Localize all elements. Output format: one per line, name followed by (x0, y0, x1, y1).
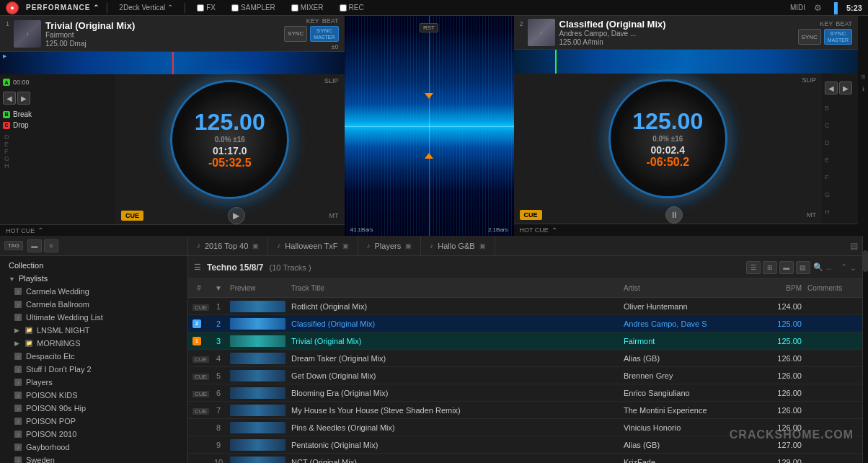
deck-1-cue-button[interactable]: CUE (121, 211, 143, 221)
rst-button[interactable]: RST (420, 23, 438, 32)
sidebar-item-carmela-ballroom[interactable]: ♪ Carmela Ballroom (0, 298, 187, 311)
sampler-checkbox[interactable] (231, 4, 239, 12)
sidebar-playlists-header[interactable]: ▼ Playlists (0, 272, 187, 285)
mode-label: PERFORMANCE (26, 4, 90, 12)
nav-prev-2[interactable]: ◀ (825, 81, 838, 94)
fx-checkbox[interactable] (197, 4, 204, 12)
key-sync-button-2[interactable]: SYNC (798, 29, 821, 45)
sidebar-item-carmela-wedding[interactable]: ♪ Carmela Wedding (0, 285, 187, 298)
tab-hallo-gb[interactable]: ♪ Hallo G&B ▣ (421, 236, 495, 255)
app-logo[interactable]: ● (6, 1, 19, 14)
deck-1-turntable[interactable]: 125.00 0.0% ±16 01:17.0 -05:32.5 (165, 74, 295, 204)
sidebar-collection[interactable]: Collection (0, 259, 187, 272)
rec-label: REC (349, 4, 364, 12)
cue-dot-break: B (3, 111, 10, 118)
panel-icon-2[interactable]: ℹ (862, 86, 864, 92)
sidebar-item-despacito[interactable]: ♪ Despacito Etc (0, 350, 187, 363)
tab-close-4[interactable]: ▣ (479, 242, 486, 250)
sort-up[interactable]: ⌃ (841, 263, 847, 272)
sidebar-item-stuff[interactable]: ♪ Stuff I Don't Play 2 (0, 363, 187, 376)
row-preview-8[interactable] (227, 422, 288, 433)
row-preview-9[interactable] (227, 439, 288, 451)
deck-1-play-button[interactable]: ▶ (228, 207, 245, 224)
nav-next-2[interactable]: ▶ (839, 81, 852, 94)
deck-2-remaining: -06:50.2 (646, 156, 689, 169)
settings-icon[interactable]: ⚙ (814, 3, 822, 13)
table-row[interactable]: CUE 4 Dream Taker (Original Mix) Alias (… (188, 350, 862, 367)
tabs-row: ♪ 2016 Top 40 ▣ ♪ Halloween TxF ▣ ♪ Play… (188, 236, 862, 256)
mixer-checkbox[interactable] (291, 4, 298, 12)
tab-close-3[interactable]: ▣ (405, 242, 412, 250)
sidebar-item-gayborhood[interactable]: ♪ Gayborhood (0, 441, 187, 454)
sidebar-item-poison-pop[interactable]: ♪ POISON POP (0, 415, 187, 428)
beat-sync-button-2[interactable]: SYNCMASTER (824, 29, 852, 45)
tab-halloween[interactable]: ♪ Halloween TxF ▣ (268, 236, 358, 255)
fx-button[interactable]: FX (192, 4, 220, 12)
sidebar-item-ultimate-wedding[interactable]: ♪ Ultimate Wedding List (0, 311, 187, 324)
deck-2-cue-button[interactable]: CUE (520, 210, 542, 220)
deck-2-turntable[interactable]: 125.00 0.0% ±16 00:02.4 -06:50.2 (603, 74, 732, 203)
nav-next[interactable]: ▶ (17, 92, 30, 105)
sidebar-item-mornings[interactable]: ▶ 📁 MORNINGS (0, 337, 187, 350)
view-btn-1[interactable]: ▬ (27, 239, 42, 252)
tab-players[interactable]: ♪ Players ▣ (358, 236, 422, 255)
row-preview-7[interactable] (227, 405, 288, 416)
nav-prev[interactable]: ◀ (3, 92, 16, 105)
performance-mode[interactable]: PERFORMANCE ⌃ (26, 4, 99, 12)
compact-view-btn[interactable]: ▬ (779, 261, 794, 274)
center-wave-visual: RST 41.1Bars 2.1Bars (345, 16, 514, 236)
table-row[interactable]: CUE 1 Rotlicht (Original Mix) Oliver Hun… (188, 298, 862, 315)
tag-button[interactable]: TAG (4, 241, 23, 250)
row-bpm-4: 126.00 (758, 354, 805, 363)
view-btn-2[interactable]: ≡ (44, 239, 58, 252)
mini-wave-9 (230, 439, 285, 451)
row-preview-6[interactable] (227, 387, 288, 399)
beat-sync-button[interactable]: SYNCMASTER (310, 26, 338, 42)
sidebar-item-sweden[interactable]: ♪ Sweden (0, 454, 187, 463)
rec-button[interactable]: REC (335, 4, 368, 12)
grid-view-btn[interactable]: ⊞ (763, 261, 777, 274)
row-preview-5[interactable] (227, 370, 288, 382)
mixer-button[interactable]: MIXER (287, 4, 328, 12)
table-row[interactable]: CUE 7 My House Is Your House (Steve Shad… (188, 402, 862, 419)
table-row[interactable]: 2 2 Classified (Original Mix) Andres Cam… (188, 315, 862, 332)
tab-2016-top-40[interactable]: ♪ 2016 Top 40 ▣ (188, 236, 268, 255)
sidebar-item-players[interactable]: ♪ Players (0, 376, 187, 389)
table-row[interactable]: 1 3 Trivial (Original Mix) Fairmont 125.… (188, 332, 862, 350)
row-preview-3[interactable] (227, 335, 288, 347)
table-row[interactable]: CUE 5 Get Down (Original Mix) Brennen Gr… (188, 367, 862, 384)
tab-close-1[interactable]: ▣ (252, 242, 259, 250)
row-title-4: Dream Taker (Original Mix) (288, 354, 621, 363)
sort-down[interactable]: ⌃ (850, 263, 856, 272)
deck-2-hot-cue-bar: HOT CUE ⌃ (514, 224, 859, 236)
row-preview-2[interactable] (227, 318, 288, 330)
deck-1-hot-cue-bar: HOT CUE ⌃ (0, 224, 345, 236)
sidebar-item-poison-90s[interactable]: ♪ POISON 90s Hip (0, 402, 187, 415)
sidebar-item-poison-kids[interactable]: ♪ POISON KIDS (0, 389, 187, 402)
row-cue-7: CUE (188, 406, 210, 415)
table-row[interactable]: 10 NCT (Original Mix) KrizFade 129.00 (188, 454, 862, 463)
deck-1-waveform-overview[interactable]: ▶ (0, 52, 345, 74)
rec-checkbox[interactable] (340, 4, 347, 12)
key-sync-button[interactable]: SYNC (284, 26, 307, 42)
right-scrollbar[interactable] (862, 236, 868, 463)
details-view-btn[interactable]: ▤ (796, 261, 810, 274)
deck-2-waveform-overview[interactable] (514, 50, 859, 74)
scrollbar-thumb[interactable] (863, 250, 868, 272)
layout-selector[interactable]: 2Deck Vertical ⌃ (115, 4, 177, 12)
row-preview-10[interactable] (227, 457, 288, 464)
list-view-btn[interactable]: ☰ (746, 261, 761, 274)
sampler-button[interactable]: SAMPLER (227, 4, 280, 12)
sidebar-item-lnsml[interactable]: ▶ 📁 LNSML NIGHT (0, 324, 187, 337)
mini-wave-6 (230, 387, 285, 399)
row-preview-4[interactable] (227, 353, 288, 364)
tab-close-2[interactable]: ▣ (342, 242, 349, 250)
row-preview-1[interactable] (227, 301, 288, 312)
table-row[interactable]: CUE 6 Blooming Era (Original Mix) Enrico… (188, 384, 862, 402)
deck-2-play-button[interactable]: ⏸ (665, 206, 683, 224)
panel-icon-1[interactable]: ⊞ (861, 74, 866, 80)
volume-icon[interactable]: ▐ (831, 2, 838, 14)
mini-wave-1 (230, 301, 285, 312)
sidebar-item-poison-2010[interactable]: ♪ POISON 2010 (0, 428, 187, 441)
tabs-menu-icon[interactable]: ▤ (850, 241, 858, 251)
